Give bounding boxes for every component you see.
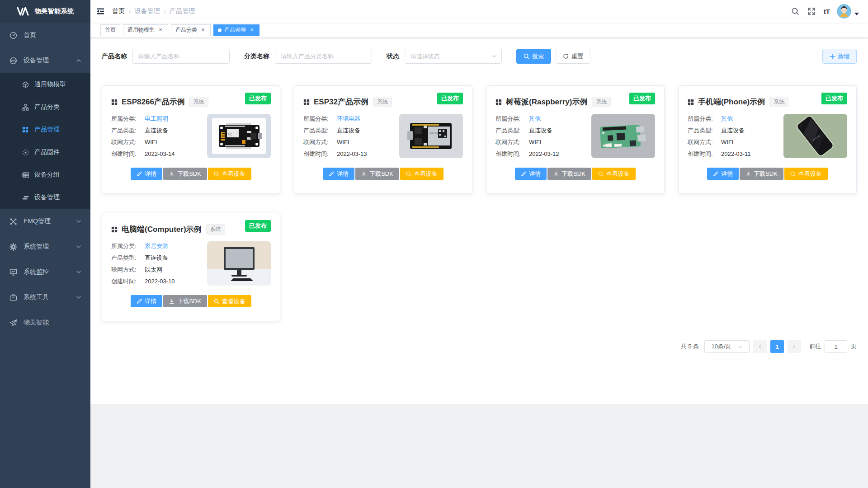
field-value: WIFI [721,138,733,146]
field-label: 产品类型: [303,127,337,134]
tab-home[interactable]: 首页 [100,24,120,36]
category-link[interactable]: 其他 [721,115,733,122]
reset-button[interactable]: 重置 [556,49,590,64]
sidebar-item-device-group[interactable]: 设备分组 [0,164,90,186]
filter-bar: 产品名称 分类名称 状态 请选择状态 搜索 [102,49,857,64]
font-size-icon[interactable]: tT [820,0,834,23]
avatar[interactable] [837,4,851,19]
category-link[interactable]: 电工照明 [145,115,168,122]
sidebar-item-product-firmware[interactable]: 产品固件 [0,141,90,164]
next-page-button[interactable] [788,340,801,353]
detail-button[interactable]: 详情 [131,168,162,180]
sidebar-item-system-tools[interactable]: 系统工具 [0,285,90,310]
close-icon[interactable]: × [157,27,164,33]
tab-thing-model[interactable]: 通用物模型 × [123,24,168,36]
download-sdk-button[interactable]: 下载SDK [547,168,591,180]
sidebar-item-home[interactable]: 首页 [0,23,90,48]
prev-page-button[interactable] [753,340,767,353]
sidebar-item-system-mgmt[interactable]: 系统管理 [0,234,90,259]
detail-button[interactable]: 详情 [131,295,162,307]
app-logo[interactable]: 物美智能系统 [0,0,90,23]
field-label: 创建时间: [495,150,529,158]
product-image-phone: PHONE [783,114,847,158]
view-devices-button[interactable]: 查看设备 [784,168,828,180]
detail-button[interactable]: 详情 [515,168,547,180]
user-menu[interactable] [837,4,859,19]
product-image-raspberry [591,114,655,158]
sidebar-item-emq[interactable]: EMQ管理 [0,209,90,234]
search-icon[interactable] [787,0,803,23]
tags-view-bar: 首页 通用物模型 × 产品分类 × 产品管理 × [90,23,868,38]
close-icon[interactable]: × [249,27,255,33]
download-sdk-button[interactable]: 下载SDK [163,168,207,180]
field-value: 直连设备 [145,127,168,134]
app-root: 物美智能系统 首页 设备管理 通用物模型 产品分类 [0,0,868,488]
field-label: 创建时间: [111,150,145,158]
view-devices-button[interactable]: 查看设备 [400,168,443,180]
chevron-down-icon [738,344,743,349]
goto-page-input[interactable] [825,340,847,353]
status-label: 状态 [387,52,399,61]
page-size-select[interactable]: 10条/页 [704,340,750,353]
sidebar-item-thing-model[interactable]: 通用物模型 [0,73,90,96]
svg-text:ESP32: ESP32 [429,131,438,134]
download-sdk-button[interactable]: 下载SDK [740,168,783,180]
view-devices-button[interactable]: 查看设备 [592,168,636,180]
add-button[interactable]: 新增 [822,49,857,64]
chevron-down-icon [76,269,81,275]
field-label: 所属分类: [303,115,337,122]
download-sdk-label: 下载SDK [369,170,393,178]
sidebar-item-device-mgmt[interactable]: 设备管理 [0,48,90,73]
card-body: 所属分类:其他 产品类型:直连设备 联网方式:WIFI 创建时间:2022-03… [688,114,847,162]
navbar-tools: tT [787,0,863,23]
product-name: 电脑端(Computer)示例 [122,224,202,235]
emq-cluster-icon [9,217,17,225]
category-link[interactable]: 环境电器 [337,115,360,122]
category-link[interactable]: 家居安防 [145,242,168,250]
download-sdk-label: 下载SDK [177,170,201,178]
logo-icon [17,7,30,16]
product-name: 树莓派(Raspberry)示例 [506,97,587,107]
close-icon[interactable]: × [200,27,206,33]
sidebar-item-product-mgmt[interactable]: 产品管理 [0,118,90,141]
detail-button[interactable]: 详情 [323,168,354,180]
status-select[interactable]: 请选择状态 [405,49,502,64]
detail-button-label: 详情 [145,170,156,178]
field-label: 创建时间: [688,150,721,158]
field-label: 所属分类: [111,115,145,122]
product-name-input[interactable] [132,49,230,64]
page-number-1[interactable]: 1 [770,340,784,353]
sidebar-item-device-list[interactable]: 设备管理 [0,186,90,209]
download-sdk-button[interactable]: 下载SDK [355,168,399,180]
pagination-goto: 前往 页 [809,340,857,353]
field-label: 联网方式: [303,138,337,146]
category-link[interactable]: 其他 [529,115,541,122]
sidebar-item-wumei[interactable]: 物美智能 [0,310,90,335]
tab-product-category[interactable]: 产品分类 × [171,24,211,36]
add-button-label: 新增 [838,52,849,61]
field-value: 2022-03-10 [145,277,175,285]
system-tag: 系统 [206,224,225,235]
detail-button[interactable]: 详情 [707,168,739,180]
pagination: 共 5 条 10条/页 1 前往 页 [102,340,857,366]
category-name-input[interactable] [275,49,372,64]
sidebar-fold-icon[interactable] [90,0,110,23]
detail-button-label: 详情 [529,170,541,178]
sidebar-item-label: 物美智能 [24,319,81,327]
view-devices-button[interactable]: 查看设备 [208,168,251,180]
tab-product-mgmt[interactable]: 产品管理 × [213,24,259,36]
view-devices-label: 查看设备 [798,170,822,178]
sidebar-item-product-category[interactable]: 产品分类 [0,96,90,118]
download-sdk-button[interactable]: 下载SDK [163,295,207,307]
status-badge: 已发布 [245,93,271,104]
field-value: 直连设备 [721,127,745,134]
search-button[interactable]: 搜索 [516,49,551,64]
view-devices-button[interactable]: 查看设备 [208,295,251,307]
field-value: 以太网 [145,266,162,273]
fullscreen-icon[interactable] [803,0,820,23]
sidebar-item-system-monitor[interactable]: 系统监控 [0,259,90,285]
status-badge: 已发布 [629,93,655,104]
gear-icon [9,243,17,251]
caret-down-icon[interactable] [854,9,859,18]
breadcrumb-home[interactable]: 首页 [112,7,125,15]
